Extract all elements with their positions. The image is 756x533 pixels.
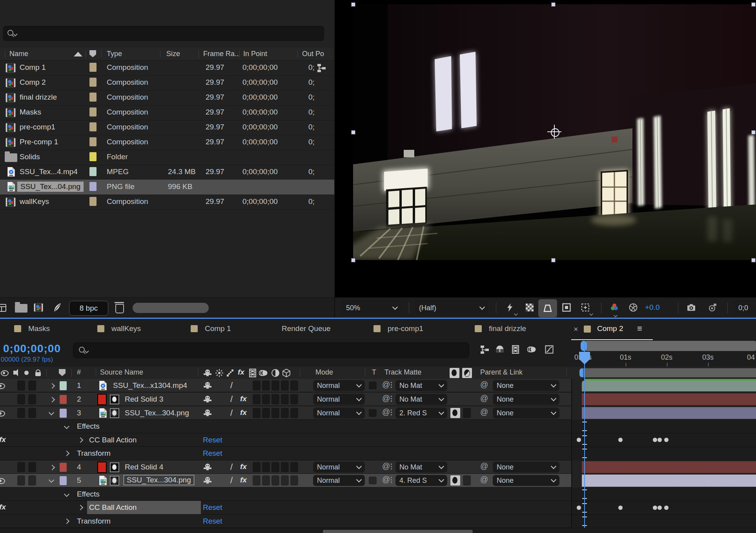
effects-group-row[interactable]: Effects [0, 488, 571, 501]
parent-pickwhip-icon[interactable]: @ [480, 394, 488, 403]
graph-editor-icon[interactable] [545, 345, 554, 354]
project-row[interactable]: Solids Folder [0, 150, 334, 165]
show-snapshot-icon[interactable] [708, 303, 717, 312]
label-chip[interactable] [89, 63, 97, 72]
project-row-selected[interactable]: SSU_Tex...04.png PNG file 996 KB [0, 180, 334, 195]
collapse-chevron-icon[interactable] [64, 491, 69, 497]
new-comp-icon[interactable] [34, 303, 43, 312]
selection-handle[interactable] [351, 130, 355, 135]
selection-handle[interactable] [751, 2, 756, 7]
anchor-point-crosshair[interactable] [549, 126, 560, 137]
tab-render-queue[interactable]: Render Queue [282, 324, 331, 333]
tab-comp-2-active[interactable]: × Comp 2 ≡ [571, 323, 654, 339]
preserve-transparency-checkbox[interactable] [369, 382, 377, 389]
label-column-icon[interactable] [89, 50, 96, 57]
keyframe[interactable] [664, 438, 669, 442]
track-matte-dropdown[interactable]: No Mat [395, 394, 447, 405]
eye-icon[interactable] [0, 478, 5, 484]
blend-mode-dropdown[interactable]: Normal [313, 462, 365, 473]
column-name[interactable]: Name [9, 50, 28, 58]
channels-rgb-icon[interactable] [610, 303, 619, 312]
column-parent-link[interactable]: Parent & Link [480, 368, 523, 377]
reset-effect-link[interactable]: Reset [203, 503, 222, 512]
reset-transform-link[interactable]: Reset [203, 517, 222, 526]
layer-bar-5-selected[interactable] [582, 475, 756, 487]
panel-menu-icon[interactable]: ≡ [637, 324, 642, 334]
quality-switch[interactable]: / [230, 475, 233, 486]
expand-chevron-icon[interactable] [49, 383, 55, 389]
shy-switch-icon[interactable] [203, 395, 212, 404]
preserve-transparency-checkbox[interactable] [369, 409, 377, 417]
timeline-search-input[interactable] [73, 342, 469, 358]
layer-label[interactable] [60, 409, 67, 418]
fx-switch[interactable]: fx [240, 395, 247, 403]
timeline-horizontal-scrollbar[interactable] [323, 530, 473, 533]
bit-depth-button[interactable]: 8 bpc [69, 301, 108, 316]
tab-masks[interactable]: Masks [14, 324, 50, 333]
column-size[interactable]: Size [166, 50, 180, 58]
effects-group-row[interactable]: Effects [0, 420, 571, 433]
selection-handle[interactable] [551, 2, 556, 7]
parent-pickwhip-icon[interactable]: @ [480, 407, 488, 417]
parent-pickwhip-icon[interactable]: @ [480, 475, 488, 484]
tab-final-drizzle[interactable]: final drizzle [475, 324, 526, 333]
transparency-grid-icon[interactable] [525, 303, 534, 312]
region-of-interest-active[interactable] [538, 299, 557, 317]
column-number[interactable]: # [77, 368, 81, 377]
keyframe[interactable] [664, 506, 669, 510]
parent-dropdown[interactable]: None [493, 407, 559, 418]
blend-mode-dropdown[interactable]: Normal [313, 380, 365, 391]
timeline-zoom-track[interactable] [585, 341, 756, 351]
quality-switch[interactable]: / [230, 408, 233, 418]
close-icon[interactable]: × [574, 325, 578, 334]
exposure-shutter-icon[interactable] [628, 303, 638, 312]
matte-pickwhip-icon[interactable]: @ [382, 380, 390, 389]
collapse-chevron-icon[interactable] [64, 424, 69, 429]
keyframe[interactable] [618, 438, 623, 442]
layer-label[interactable] [60, 476, 67, 485]
effect-cc-ball-action-row[interactable]: fx CC Ball Action Reset [0, 433, 571, 447]
preserve-transparency-checkbox[interactable] [369, 477, 377, 484]
reset-transform-link[interactable]: Reset [203, 449, 222, 458]
column-source-name[interactable]: Source Name [100, 368, 143, 377]
matte-invert-icon[interactable] [462, 368, 472, 378]
layer-bar-2[interactable] [582, 393, 756, 405]
brush-icon[interactable] [53, 303, 62, 312]
matte-pickwhip-icon[interactable]: @ [382, 475, 390, 484]
timeline-zoom-scrollbar[interactable] [581, 341, 587, 351]
expand-chevron-icon[interactable] [49, 397, 55, 402]
layer-row-2[interactable]: 2 Red Solid 3 / fx Normal @ No Mat @ Non… [0, 393, 571, 406]
matte-alpha-active-icon[interactable] [450, 475, 460, 486]
collapse-chevron-icon[interactable] [49, 477, 54, 483]
selection-handle[interactable] [751, 130, 756, 135]
layer-row-1[interactable]: 1 SSU_Tex...x1304.mp4 / Normal @ No Mat … [0, 379, 571, 392]
interpret-footage-icon[interactable] [0, 303, 6, 313]
solo-switch[interactable] [17, 380, 25, 391]
keyframe[interactable] [653, 438, 657, 442]
matte-invert-switch[interactable] [463, 475, 471, 486]
keyframe-indicator[interactable] [577, 506, 581, 510]
fx-switch[interactable]: fx [240, 408, 247, 417]
project-row[interactable]: Pre-comp 1 Composition 29.97 0;00;00;00 … [0, 135, 334, 150]
transform-group-row[interactable]: Transform Reset [0, 447, 571, 460]
expand-chevron-icon[interactable] [78, 505, 83, 510]
project-row[interactable]: final drizzle Composition 29.97 0;00;00;… [0, 90, 334, 106]
track-matte-dropdown[interactable]: 2. Red S [395, 407, 447, 418]
parent-dropdown[interactable]: None [493, 462, 559, 473]
tab-pre-comp1[interactable]: pre-comp1 [373, 324, 423, 333]
shy-switch-icon[interactable] [203, 381, 212, 390]
lock-switch[interactable] [28, 380, 36, 391]
project-row[interactable]: Comp 2 Composition 29.97 0;00;00;00 0; [0, 75, 334, 91]
layer-bar-1[interactable] [582, 380, 756, 391]
parent-dropdown[interactable]: None [493, 394, 559, 405]
used-in-comp-icon[interactable] [317, 63, 326, 73]
transform-group-row[interactable]: Transform Reset [0, 515, 571, 528]
project-row[interactable]: SSU_Tex...4.mp4 MPEG 24.3 MB 29.97 0;00;… [0, 165, 334, 180]
keyframe[interactable] [658, 506, 662, 510]
draft-3d-icon[interactable] [495, 345, 505, 354]
column-type[interactable]: Type [107, 50, 122, 58]
project-row[interactable]: Comp 1 Composition 29.97 0;00;00;00 0; [0, 60, 334, 76]
quality-switch[interactable]: / [230, 394, 233, 404]
layer-label[interactable] [60, 463, 67, 472]
motion-blur-icon[interactable] [527, 345, 537, 354]
